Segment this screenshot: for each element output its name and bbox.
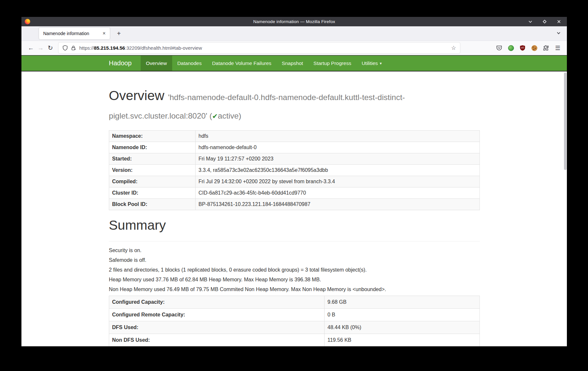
row-label: DFS Used: <box>109 321 325 334</box>
url-path: :32209/dfshealth.html#tab-overview <box>125 45 202 51</box>
summary-line: Safemode is off. <box>109 257 480 263</box>
row-label: Configured Remote Capacity: <box>109 308 325 321</box>
nav-item-datanodes[interactable]: Datanodes <box>172 56 207 71</box>
row-value: BP-875134261-10.223.121.184-168448847098… <box>196 199 480 210</box>
table-row: Compiled:Fri Jul 29 14:32:00 +0200 2022 … <box>109 176 480 187</box>
bookmark-star-icon[interactable]: ☆ <box>451 45 456 51</box>
toolbar-extensions: uO ☰ <box>496 45 562 51</box>
titlebar-left <box>21 19 99 24</box>
url-scheme: https:// <box>79 45 94 51</box>
table-row: Started:Fri May 19 11:27:57 +0200 2023 <box>109 153 480 165</box>
row-label: Block Pool ID: <box>109 199 196 210</box>
nav-item-utilities[interactable]: Utilities▾ <box>356 56 387 71</box>
row-value: CID-6a817c29-ac36-45fc-b4eb-60dd41cd9770 <box>196 187 480 199</box>
row-label: Compiled: <box>109 176 196 187</box>
overview-heading: Overview 'hdfs-namenode-default-0.hdfs-n… <box>109 86 480 123</box>
list-all-tabs-button[interactable] <box>556 31 561 37</box>
row-value: 0 B <box>325 308 480 321</box>
table-row: Configured Remote Capacity:0 B <box>109 308 480 321</box>
nav-item-datanode-volume-failures[interactable]: Datanode Volume Failures <box>207 56 277 71</box>
nav-item-startup-progress[interactable]: Startup Progress <box>308 56 356 71</box>
table-row: Cluster ID:CID-6a817c29-ac36-45fc-b4eb-6… <box>109 187 480 199</box>
url-host: 85.215.194.56 <box>94 45 125 51</box>
caret-down-icon: ▾ <box>380 61 382 66</box>
desktop: { "titlebar": { "title": "Namenode infor… <box>0 0 588 371</box>
hadoop-nav-items: OverviewDatanodesDatanode Volume Failure… <box>141 56 387 71</box>
close-button[interactable] <box>556 19 561 24</box>
table-row: Namenode ID:hdfs-namenode-default-0 <box>109 142 480 153</box>
nav-item-snapshot[interactable]: Snapshot <box>276 56 308 71</box>
extension-green-icon[interactable] <box>507 45 514 51</box>
row-value: Fri Jul 29 14:32:00 +0200 2022 by stevel… <box>196 176 480 187</box>
hadoop-navbar: Hadoop OverviewDatanodesDatanode Volume … <box>21 55 567 71</box>
summary-lines: Security is on.Safemode is off.2 files a… <box>109 247 480 293</box>
window-title: Namenode information — Mozilla Firefox <box>99 19 489 24</box>
row-label: Started: <box>109 153 196 165</box>
active-check-icon: ✔ <box>212 112 218 120</box>
url-bar[interactable]: https://85.215.194.56:32209/dfshealth.ht… <box>58 43 460 53</box>
menu-hamburger-icon[interactable]: ☰ <box>554 45 561 51</box>
row-value: Fri May 19 11:27:57 +0200 2023 <box>196 153 480 165</box>
tab-close-icon[interactable]: × <box>101 31 107 36</box>
row-value: 119.56 KB <box>325 334 480 346</box>
maximize-button[interactable] <box>542 19 547 24</box>
capacity-table: Configured Capacity:9.68 GBConfigured Re… <box>109 296 480 346</box>
overview-title: Overview <box>109 88 164 103</box>
row-label: Namenode ID: <box>109 142 196 153</box>
table-row: Non DFS Used:119.56 KB <box>109 334 480 346</box>
browser-window: Namenode information — Mozilla Firefox N… <box>21 17 567 346</box>
window-titlebar: Namenode information — Mozilla Firefox <box>21 17 567 26</box>
extensions-puzzle-icon[interactable] <box>543 45 549 51</box>
svg-text:uO: uO <box>521 46 524 49</box>
table-row: Block Pool ID:BP-875134261-10.223.121.18… <box>109 199 480 210</box>
reload-button[interactable]: ↻ <box>45 43 55 53</box>
table-row: Version:3.3.4, ra585a73c3e02ac62350c1366… <box>109 165 480 176</box>
page-content: Overview 'hdfs-namenode-default-0.hdfs-n… <box>21 71 567 346</box>
minimize-button[interactable] <box>528 19 532 24</box>
row-label: Cluster ID: <box>109 187 196 199</box>
table-row: Namespace:hdfs <box>109 131 480 142</box>
row-value: hdfs <box>196 131 480 142</box>
navigation-toolbar: ← → ↻ https://85.215.194.56:32209/dfshea… <box>21 41 567 55</box>
new-tab-button[interactable]: + <box>114 30 123 37</box>
firefox-icon <box>25 19 30 24</box>
cookie-icon[interactable] <box>531 45 538 51</box>
lock-warning-icon[interactable] <box>71 45 76 51</box>
window-controls <box>489 19 567 24</box>
content-container: Overview 'hdfs-namenode-default-0.hdfs-n… <box>109 71 480 346</box>
row-value: 3.3.4, ra585a73c3e02ac62350c136643a5e7f6… <box>196 165 480 176</box>
summary-divider <box>109 241 480 241</box>
summary-line: Security is on. <box>109 247 480 254</box>
row-label: Configured Capacity: <box>109 296 325 308</box>
back-button[interactable]: ← <box>26 43 36 53</box>
hadoop-brand[interactable]: Hadoop <box>109 56 141 71</box>
row-label: Non DFS Used: <box>109 334 325 346</box>
nav-item-overview[interactable]: Overview <box>141 56 172 71</box>
row-value: 9.68 GB <box>325 296 480 308</box>
summary-line: Heap Memory used 37.76 MB of 62.84 MB He… <box>109 276 480 283</box>
shield-icon[interactable] <box>62 45 68 51</box>
tab-strip: Namenode information × + <box>21 26 567 41</box>
tab-namenode-information[interactable]: Namenode information × <box>39 28 110 39</box>
row-value: 48.44 KB (0%) <box>325 321 480 334</box>
pocket-icon[interactable] <box>496 45 503 51</box>
row-label: Namespace: <box>109 131 196 142</box>
table-row: DFS Used:48.44 KB (0%) <box>109 321 480 334</box>
row-label: Version: <box>109 165 196 176</box>
table-row: Configured Capacity:9.68 GB <box>109 296 480 308</box>
ublock-origin-icon[interactable]: uO <box>519 45 526 51</box>
scrollbar-thumb[interactable] <box>564 72 567 170</box>
summary-line: 2 files and directories, 1 blocks (1 rep… <box>109 266 480 273</box>
summary-line: Non Heap Memory used 76.49 MB of 79.75 M… <box>109 286 480 293</box>
namenode-info-table: Namespace:hdfsNamenode ID:hdfs-namenode-… <box>109 130 480 210</box>
summary-heading: Summary <box>109 216 480 235</box>
firefox-view-button[interactable] <box>27 30 34 37</box>
forward-button[interactable]: → <box>36 43 45 53</box>
tab-title: Namenode information <box>43 31 101 36</box>
row-value: hdfs-namenode-default-0 <box>196 142 480 153</box>
